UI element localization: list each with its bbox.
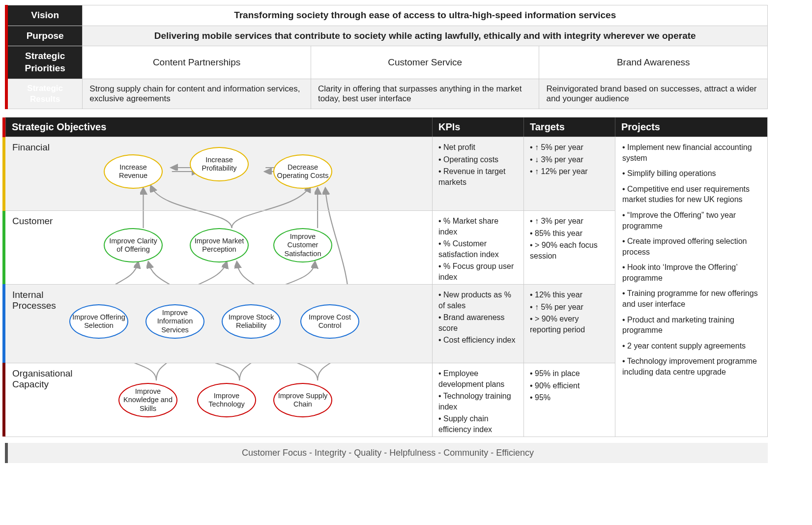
target-item: 12% this year — [530, 290, 609, 300]
kpi-item: Employee development plans — [438, 368, 518, 389]
node-improve-supply-chain: Improve Supply Chain — [273, 383, 332, 417]
targets-org: 95% in place 90% efficient 95% — [523, 363, 615, 437]
kpi-item: Net profit — [438, 142, 518, 153]
project-item: Training programme for new offerings and… — [622, 288, 760, 309]
so-financial-area: Financial — [5, 137, 432, 210]
header-projects: Projects — [615, 117, 767, 137]
result-1: Strong supply chain for content and info… — [83, 79, 311, 109]
header-strategic-objectives: Strategic Objectives — [5, 117, 432, 137]
node-improve-information-services: Improve Information Services — [145, 304, 204, 339]
node-improve-customer-satisfaction: Improve Customer Satisfaction — [273, 228, 332, 262]
kpis-internal: New products as % of sales Brand awarene… — [432, 284, 523, 363]
target-item: 85% this year — [530, 228, 609, 239]
node-improve-knowledge-skills: Improve Knowledge and Skills — [118, 383, 177, 417]
node-improve-cost-control: Improve Cost Control — [300, 304, 359, 339]
project-item: Hook into ‘Improve the Offering’ program… — [622, 262, 760, 283]
target-item: > 90% each focus session — [530, 240, 609, 261]
target-item: 95% — [530, 392, 609, 403]
kpis-customer: % Market share index % Customer satisfac… — [432, 210, 523, 284]
node-improve-stock-reliability: Improve Stock Reliability — [222, 304, 281, 339]
project-item: “Improve the Offering” two year programm… — [622, 210, 760, 231]
kpi-item: New products as % of sales — [438, 290, 518, 311]
target-item: ↓ 3% per year — [530, 154, 609, 165]
target-item: > 90% every reporting period — [530, 314, 609, 335]
perspective-label-org: Organisational Capacity — [12, 368, 81, 390]
targets-customer: ↑ 3% per year 85% this year > 90% each f… — [523, 210, 615, 284]
header-kpis: KPIs — [432, 117, 523, 137]
node-improve-technology: Improve Technology — [197, 383, 256, 417]
target-item: ↑ 12% per year — [530, 166, 609, 177]
values-bar: Customer Focus - Integrity - Quality - H… — [5, 443, 768, 463]
kpi-item: % Market share index — [438, 216, 518, 237]
result-3: Reinvigorated brand based on successes, … — [539, 79, 768, 109]
target-item: ↑ 5% per year — [530, 142, 609, 153]
kpi-item: Revenue in target markets — [438, 166, 518, 187]
top-summary-table: Vision Transforming society through ease… — [5, 5, 768, 109]
kpi-item: % Focus group user index — [438, 261, 518, 282]
node-improve-offering-selection: Improve Offering Selection — [69, 304, 128, 339]
perspective-label-internal: Internal Processes — [12, 290, 66, 311]
kpi-item: Brand awareness score — [438, 312, 518, 333]
kpis-org: Employee development plans Technology tr… — [432, 363, 523, 437]
node-increase-revenue: Increase Revenue — [104, 154, 163, 189]
perspective-label-customer: Customer — [12, 216, 53, 227]
node-improve-market-perception: Improve Market Perception — [190, 228, 249, 262]
priority-3: Brand Awareness — [539, 46, 768, 79]
project-item: Technology improvement programme includi… — [622, 356, 760, 377]
kpi-item: % Customer satisfaction index — [438, 238, 518, 260]
kpi-item: Operating costs — [438, 154, 518, 165]
results-label: Strategic Results — [6, 79, 83, 109]
target-item: ↑ 3% per year — [530, 216, 609, 227]
vision-label: Vision — [6, 5, 83, 26]
priorities-label: Strategic Priorities — [6, 46, 83, 79]
vision-text: Transforming society through ease of acc… — [83, 5, 768, 26]
project-item: Implement new financial accounting syste… — [622, 142, 760, 163]
node-increase-profitability: Increase Profitability — [190, 147, 249, 181]
node-improve-clarity-offering: Improve Clarity of Offering — [104, 228, 163, 262]
kpi-item: Technology training index — [438, 391, 518, 412]
priority-1: Content Partnerships — [83, 46, 311, 79]
projects-list: Implement new financial accounting syste… — [615, 137, 767, 437]
kpi-item: Supply chain efficiency index — [438, 413, 518, 435]
target-item: 90% efficient — [530, 380, 609, 391]
target-item: ↑ 5% per year — [530, 302, 609, 313]
project-item: Simplify billing operations — [622, 168, 760, 179]
strategy-map: Strategic Objectives KPIs Targets Projec… — [5, 117, 768, 437]
priority-2: Customer Service — [311, 46, 539, 79]
project-item: Competitive end user requirements market… — [622, 184, 760, 205]
kpis-financial: Net profit Operating costs Revenue in ta… — [432, 137, 523, 210]
targets-internal: 12% this year ↑ 5% per year > 90% every … — [523, 284, 615, 363]
purpose-label: Purpose — [6, 26, 83, 46]
project-item: Create improved offering selection proce… — [622, 236, 760, 257]
targets-financial: ↑ 5% per year ↓ 3% per year ↑ 12% per ye… — [523, 137, 615, 210]
result-2: Clarity in offering that surpasses anyth… — [311, 79, 539, 109]
project-item: 2 year content supply agreements — [622, 341, 760, 351]
header-targets: Targets — [523, 117, 615, 137]
kpi-item: Cost efficiency index — [438, 335, 518, 346]
node-decrease-operating-costs: Decrease Operating Costs — [273, 154, 332, 189]
purpose-text: Delivering mobile services that contribu… — [83, 26, 768, 46]
target-item: 95% in place — [530, 368, 609, 379]
project-item: Product and marketing training programme — [622, 315, 760, 336]
